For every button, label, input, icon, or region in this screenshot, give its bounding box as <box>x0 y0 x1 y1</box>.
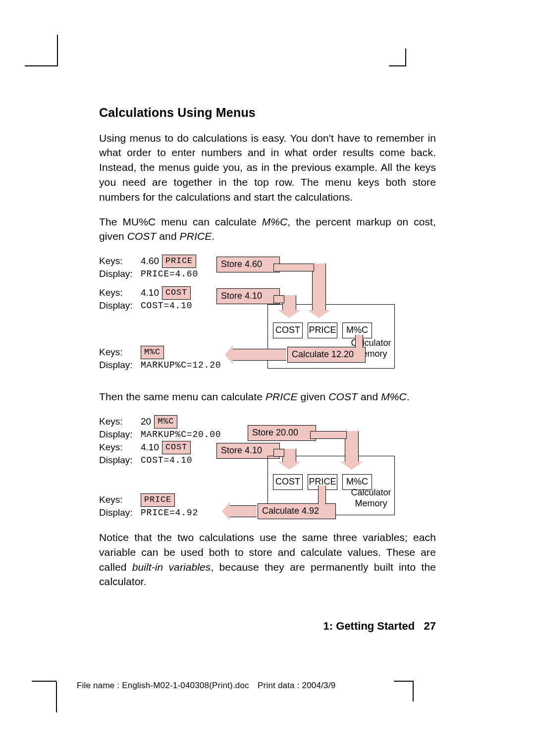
display-label: Display: <box>99 454 138 467</box>
calculate-box: Calculate 4.92 <box>258 503 336 519</box>
display-value: MARKUP%C=12.20 <box>141 359 221 372</box>
arrow-segment <box>273 295 284 303</box>
store-box: Store 4.10 <box>216 288 280 304</box>
display-label: Display: <box>99 359 138 372</box>
key-entry: 20 <box>141 415 151 429</box>
arrow-segment <box>310 431 347 439</box>
menu-cell-price: PRICE <box>308 323 337 338</box>
key-entry: 4.10 <box>141 286 159 300</box>
menu-key-price: PRICE <box>141 493 175 507</box>
paragraph: The MU%C menu can calculate M%C, the per… <box>99 215 436 244</box>
crop-mark <box>25 65 57 66</box>
arrow-result <box>232 349 286 361</box>
display-label: Display: <box>99 506 138 520</box>
calculate-box: Calculate 12.20 <box>287 347 366 363</box>
arrow-store-cost <box>282 295 296 311</box>
menu-key-mpc: M%C <box>141 346 164 359</box>
display-value: COST=4.10 <box>141 454 192 467</box>
crop-mark <box>389 65 406 66</box>
footer: 1: Getting Started 27 <box>323 618 436 634</box>
menu-cell-cost: COST <box>273 323 303 338</box>
page-content: Calculations Using Menus Using menus to … <box>99 104 436 599</box>
crop-mark <box>413 682 414 702</box>
keys-label: Keys: <box>99 255 138 268</box>
arrow-segment <box>318 486 326 504</box>
crop-mark <box>56 682 57 712</box>
arrow-store-cost <box>282 449 296 463</box>
display-value: MARKUP%C=20.00 <box>141 429 221 441</box>
diagram-price: Keys: 20 M%C Display: MARKUP%C=20.00 Sto… <box>99 414 406 519</box>
file-info: File name : English-M02-1-040308(Print).… <box>77 680 335 692</box>
arrow-segment <box>273 449 284 457</box>
key-entry: 4.10 <box>141 441 159 454</box>
chapter-label: 1: Getting Started <box>323 620 415 632</box>
display-value: PRICE=4.92 <box>141 507 198 520</box>
paragraph: Notice that the two calculations use the… <box>99 530 436 589</box>
menu-key-price: PRICE <box>162 255 196 268</box>
menu-key-cost: COST <box>162 286 191 300</box>
menu-cell-cost: COST <box>273 474 303 490</box>
arrow-segment <box>273 264 314 271</box>
display-value: COST=4.10 <box>141 300 192 313</box>
memory-label: Calculator Memory <box>347 487 395 509</box>
arrow-segment <box>355 335 363 348</box>
keys-label: Keys: <box>99 415 138 429</box>
paragraph: Using menus to do calculations is easy. … <box>99 131 436 205</box>
keys-label: Keys: <box>99 286 138 300</box>
arrow-store-price <box>312 264 326 311</box>
store-box: Store 4.60 <box>216 257 280 272</box>
keys-label: Keys: <box>99 493 138 507</box>
menu-key-mpc: M%C <box>154 415 177 429</box>
key-entry: 4.60 <box>141 255 159 268</box>
display-label: Display: <box>99 428 138 441</box>
crop-mark <box>32 681 56 682</box>
menu-row: COST PRICE M%C <box>273 323 389 338</box>
store-box: Store 20.00 <box>248 425 316 441</box>
keys-label: Keys: <box>99 346 138 359</box>
display-label: Display: <box>99 299 138 313</box>
crop-mark <box>394 681 414 682</box>
arrow-result <box>229 505 257 517</box>
display-value: PRICE=4.60 <box>141 268 198 281</box>
crop-mark <box>405 49 406 66</box>
crop-mark <box>57 35 58 66</box>
page-number: 27 <box>424 620 436 632</box>
menu-key-cost: COST <box>162 441 191 454</box>
display-label: Display: <box>99 268 138 281</box>
diagram-mucost: Keys: 4.60 PRICE Display: PRICE=4.60 Sto… <box>99 254 406 378</box>
paragraph: Then the same menu can calculate PRICE g… <box>99 389 436 404</box>
arrow-store-mpc <box>345 431 359 463</box>
keys-label: Keys: <box>99 441 138 454</box>
section-heading: Calculations Using Menus <box>99 104 436 122</box>
